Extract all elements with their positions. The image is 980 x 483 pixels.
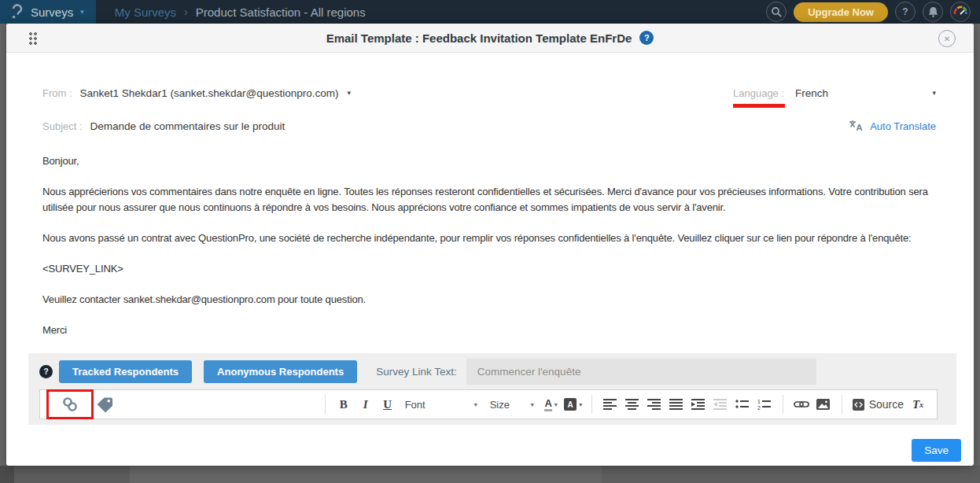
language-value: French xyxy=(795,87,828,99)
numbered-list-icon: 1 2 xyxy=(757,399,771,410)
subject-label: Subject : xyxy=(42,120,83,132)
remove-format-button[interactable]: Tx xyxy=(908,394,927,415)
svg-text:2: 2 xyxy=(757,405,761,410)
breadcrumb: My Surveys › Product Satisfaction - All … xyxy=(115,6,366,19)
gauge-icon xyxy=(952,4,968,20)
background-color-button[interactable]: A ▾ xyxy=(564,394,583,415)
background-color-icon: A xyxy=(564,398,577,411)
dimmed-background xyxy=(0,466,14,483)
source-label: Source xyxy=(869,398,904,411)
email-body-paragraph: <SURVEY_LINK> xyxy=(42,261,936,277)
increase-indent-button[interactable] xyxy=(689,394,708,415)
notifications-button[interactable] xyxy=(923,2,943,22)
tracked-respondents-button[interactable]: Tracked Respondents xyxy=(59,360,192,383)
anonymous-respondents-button[interactable]: Anonymous Respondents xyxy=(204,360,357,383)
subject-value[interactable]: Demande de commentaires sur le produit xyxy=(90,120,286,132)
italic-button[interactable]: I xyxy=(356,394,375,415)
language-select[interactable]: Language : French ▾ xyxy=(733,86,936,100)
size-dropdown[interactable]: Size ▾ xyxy=(490,399,534,411)
tag-icon xyxy=(96,396,114,412)
toolbar-separator xyxy=(591,395,592,414)
language-active-indicator xyxy=(733,104,785,108)
email-body-paragraph: Merci xyxy=(42,323,936,338)
dimmed-background xyxy=(130,466,602,483)
question-icon: ? xyxy=(644,33,650,42)
chevron-down-icon: ▾ xyxy=(554,401,558,408)
language-label-wrap: Language : xyxy=(733,86,784,100)
dimmed-background xyxy=(602,466,980,483)
justify-icon xyxy=(669,399,683,410)
decrease-indent-icon xyxy=(713,399,727,410)
text-color-button[interactable]: A ▾ xyxy=(542,394,561,415)
source-code-icon xyxy=(853,399,864,411)
close-button[interactable]: ✕ xyxy=(938,30,956,47)
font-dropdown[interactable]: Font ▾ xyxy=(405,399,477,411)
email-body-paragraph: Veuillez contacter sanket.shekdar@questi… xyxy=(42,292,936,308)
email-template-modal: Email Template : Feedback Invitation Tem… xyxy=(6,24,974,466)
merge-tag-button[interactable] xyxy=(95,394,114,415)
svg-text:A: A xyxy=(857,123,863,132)
insert-link-button[interactable] xyxy=(792,394,811,415)
bold-button[interactable]: B xyxy=(334,394,353,415)
underline-button[interactable]: U xyxy=(378,394,397,415)
upgrade-now-button[interactable]: Upgrade Now xyxy=(794,2,888,22)
toolbar-separator xyxy=(842,395,842,414)
numbered-list-button[interactable]: 1 2 xyxy=(755,394,774,415)
from-value: Sanket1 Shekdar1 (sanket.shekdar@questio… xyxy=(80,87,339,99)
insert-survey-link-highlight xyxy=(46,389,94,419)
topbar-actions: Upgrade Now ? xyxy=(766,2,980,22)
align-right-icon xyxy=(647,399,661,410)
subject-row: Subject : Demande de commentaires sur le… xyxy=(42,120,936,132)
email-body-paragraph: Nous avons passé un contrat avec Questio… xyxy=(42,230,936,246)
size-dropdown-label: Size xyxy=(490,399,510,411)
chevron-down-icon: ▾ xyxy=(531,401,534,408)
text-color-icon: A xyxy=(544,398,551,411)
bullet-list-icon xyxy=(735,399,749,410)
image-icon xyxy=(816,399,830,410)
insert-image-button[interactable] xyxy=(814,394,833,415)
align-center-button[interactable] xyxy=(623,394,642,415)
chevron-down-icon: ▾ xyxy=(579,401,582,408)
from-language-row: From : Sanket1 Shekdar1 (sanket.shekdar@… xyxy=(42,86,936,100)
source-button[interactable]: Source xyxy=(853,398,904,411)
respondent-row: ? Tracked Respondents Anonymous Responde… xyxy=(39,359,938,385)
title-help-button[interactable]: ? xyxy=(639,31,654,45)
language-dropdown-caret-icon[interactable]: ▾ xyxy=(932,89,936,97)
respondent-help-button[interactable]: ? xyxy=(39,365,53,378)
email-body-paragraph: Bonjour, xyxy=(42,153,936,169)
topbar: Surveys ▾ My Surveys › Product Satisfact… xyxy=(0,0,980,24)
bullet-list-button[interactable] xyxy=(733,394,752,415)
email-body-editor[interactable]: Bonjour, Nous apprécierions vos commenta… xyxy=(42,153,936,338)
editor-toolbar-buttons: B I U Font ▾ Size ▾ A ▾ xyxy=(318,394,929,415)
auto-translate-link[interactable]: A Auto Translate xyxy=(849,120,936,132)
product-menu[interactable]: Surveys ▾ xyxy=(0,0,96,24)
insert-survey-link-button[interactable] xyxy=(60,394,80,415)
from-dropdown-caret-icon[interactable]: ▾ xyxy=(347,89,351,97)
decrease-indent-button[interactable] xyxy=(711,394,730,415)
search-button[interactable] xyxy=(766,2,787,22)
breadcrumb-current-survey: Product Satisfaction - All regions xyxy=(196,6,366,19)
editor-toolbar: B I U Font ▾ Size ▾ A ▾ xyxy=(39,389,938,419)
close-icon: ✕ xyxy=(944,35,950,43)
align-left-button[interactable] xyxy=(601,394,620,415)
modal-title-row: Email Template : Feedback Invitation Tem… xyxy=(326,31,654,45)
breadcrumb-my-surveys[interactable]: My Surveys xyxy=(115,6,176,19)
help-button[interactable]: ? xyxy=(895,2,916,22)
increase-indent-icon xyxy=(691,399,705,410)
survey-link-text-input[interactable]: Commencer l'enquête xyxy=(466,359,816,385)
toolbar-separator xyxy=(325,395,326,414)
modal-title: Email Template : Feedback Invitation Tem… xyxy=(326,31,632,45)
svg-text:1: 1 xyxy=(757,399,761,404)
save-button[interactable]: Save xyxy=(912,439,961,462)
performance-meter-button[interactable] xyxy=(950,2,971,22)
justify-button[interactable] xyxy=(667,394,686,415)
dimmed-background xyxy=(14,466,130,483)
modal-header: Email Template : Feedback Invitation Tem… xyxy=(6,24,974,53)
align-right-button[interactable] xyxy=(645,394,664,415)
questionpro-logo-icon xyxy=(11,4,24,20)
remove-format-t: T xyxy=(912,398,919,411)
drag-handle-icon[interactable] xyxy=(28,31,38,46)
chain-rings-icon xyxy=(60,396,80,413)
from-label: From : xyxy=(42,87,72,99)
respondent-toolbar-section: ? Tracked Respondents Anonymous Responde… xyxy=(28,353,956,425)
